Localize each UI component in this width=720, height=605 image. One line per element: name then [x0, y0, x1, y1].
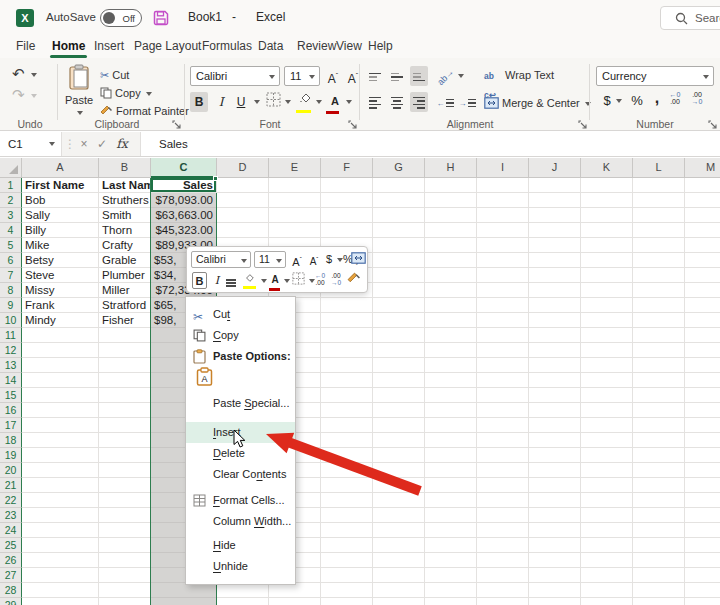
cell-I21[interactable]	[477, 478, 529, 493]
column-header-B[interactable]: B	[99, 158, 151, 177]
cell-M28[interactable]	[685, 583, 720, 598]
copy-button[interactable]: Copy	[100, 84, 152, 102]
mini-format-painter-button[interactable]	[347, 272, 361, 289]
column-header-C[interactable]: C	[151, 158, 217, 178]
cell-B2[interactable]: Struthers	[99, 193, 151, 208]
bold-button[interactable]: B	[190, 92, 208, 112]
cell-K7[interactable]	[581, 268, 633, 283]
row-header-6[interactable]: 6	[0, 253, 22, 268]
cell-H26[interactable]	[425, 553, 477, 568]
cell-M27[interactable]	[685, 568, 720, 583]
menu-item-format-cells[interactable]: Format Cells...	[186, 490, 295, 511]
row-header-29[interactable]: 29	[0, 598, 22, 605]
cell-J15[interactable]	[529, 388, 581, 403]
insert-function-icon[interactable]: fx	[112, 132, 132, 156]
cell-I14[interactable]	[477, 373, 529, 388]
mini-italic-button[interactable]: I	[211, 272, 223, 289]
cell-K29[interactable]	[581, 598, 633, 605]
orientation-button[interactable]: ab→	[436, 66, 455, 86]
align-left-button[interactable]	[366, 92, 384, 112]
cell-K28[interactable]	[581, 583, 633, 598]
align-right-button[interactable]	[410, 92, 428, 112]
row-header-24[interactable]: 24	[0, 523, 22, 538]
cell-M13[interactable]	[685, 358, 720, 373]
cell-L2[interactable]	[633, 193, 685, 208]
mini-font-color-button[interactable]: A	[269, 271, 281, 288]
cell-G17[interactable]	[373, 418, 425, 433]
cell-J14[interactable]	[529, 373, 581, 388]
cell-K9[interactable]	[581, 298, 633, 313]
cell-M25[interactable]	[685, 538, 720, 553]
column-header-J[interactable]: J	[529, 158, 581, 177]
cell-M7[interactable]	[685, 268, 720, 283]
cell-L24[interactable]	[633, 523, 685, 538]
cell-B16[interactable]	[99, 403, 151, 418]
cell-G18[interactable]	[373, 433, 425, 448]
cell-H4[interactable]	[425, 223, 477, 238]
cell-K10[interactable]	[581, 313, 633, 328]
cell-J11[interactable]	[529, 328, 581, 343]
cell-H2[interactable]	[425, 193, 477, 208]
cell-H21[interactable]	[425, 478, 477, 493]
cell-D28[interactable]	[217, 583, 269, 598]
tab-file[interactable]: File	[16, 36, 35, 58]
cell-A1[interactable]: First Name	[22, 178, 99, 193]
cell-M22[interactable]	[685, 493, 720, 508]
cell-G4[interactable]	[373, 223, 425, 238]
cell-H5[interactable]	[425, 238, 477, 253]
cell-F24[interactable]	[321, 523, 373, 538]
paste-button[interactable]: Paste	[62, 64, 96, 120]
cell-L20[interactable]	[633, 463, 685, 478]
mini-borders-button[interactable]	[292, 272, 305, 289]
cell-A14[interactable]	[22, 373, 99, 388]
cell-B20[interactable]	[99, 463, 151, 478]
cell-M24[interactable]	[685, 523, 720, 538]
cell-L17[interactable]	[633, 418, 685, 433]
cell-L27[interactable]	[633, 568, 685, 583]
cell-K6[interactable]	[581, 253, 633, 268]
select-all-button[interactable]	[0, 158, 22, 177]
cell-K14[interactable]	[581, 373, 633, 388]
mini-align-button[interactable]	[226, 274, 236, 291]
percent-style-button[interactable]: %	[628, 91, 646, 111]
row-header-10[interactable]: 10	[0, 313, 22, 328]
cell-J6[interactable]	[529, 253, 581, 268]
cell-A17[interactable]	[22, 418, 99, 433]
cell-M6[interactable]	[685, 253, 720, 268]
row-header-22[interactable]: 22	[0, 493, 22, 508]
cell-I3[interactable]	[477, 208, 529, 223]
cell-K2[interactable]	[581, 193, 633, 208]
cell-G15[interactable]	[373, 388, 425, 403]
save-icon[interactable]	[152, 9, 170, 27]
cell-J18[interactable]	[529, 433, 581, 448]
column-header-G[interactable]: G	[373, 158, 425, 177]
tab-data[interactable]: Data	[258, 36, 283, 58]
cell-I13[interactable]	[477, 358, 529, 373]
cell-C3[interactable]: $63,663.00	[151, 208, 217, 223]
cell-F18[interactable]	[321, 433, 373, 448]
font-size-combo[interactable]: 11	[284, 66, 320, 86]
cell-G10[interactable]	[373, 313, 425, 328]
cell-J3[interactable]	[529, 208, 581, 223]
cell-K3[interactable]	[581, 208, 633, 223]
tab-help[interactable]: Help	[368, 36, 393, 58]
cell-H25[interactable]	[425, 538, 477, 553]
cell-L3[interactable]	[633, 208, 685, 223]
mini-grow-font-button[interactable]: Aˆ	[289, 251, 305, 268]
row-header-26[interactable]: 26	[0, 553, 22, 568]
cell-L1[interactable]	[633, 178, 685, 193]
cancel-icon[interactable]: ×	[76, 132, 92, 156]
cell-L23[interactable]	[633, 508, 685, 523]
cell-M10[interactable]	[685, 313, 720, 328]
cell-B21[interactable]	[99, 478, 151, 493]
number-format-combo[interactable]: Currency	[596, 66, 714, 86]
accounting-format-button[interactable]: $	[598, 91, 616, 111]
column-header-E[interactable]: E	[269, 158, 321, 177]
cell-H1[interactable]	[425, 178, 477, 193]
cell-A27[interactable]	[22, 568, 99, 583]
cell-H22[interactable]	[425, 493, 477, 508]
cell-K25[interactable]	[581, 538, 633, 553]
mini-decrease-decimal-button[interactable]: .00→0	[331, 273, 341, 290]
cell-M18[interactable]	[685, 433, 720, 448]
cell-K1[interactable]	[581, 178, 633, 193]
